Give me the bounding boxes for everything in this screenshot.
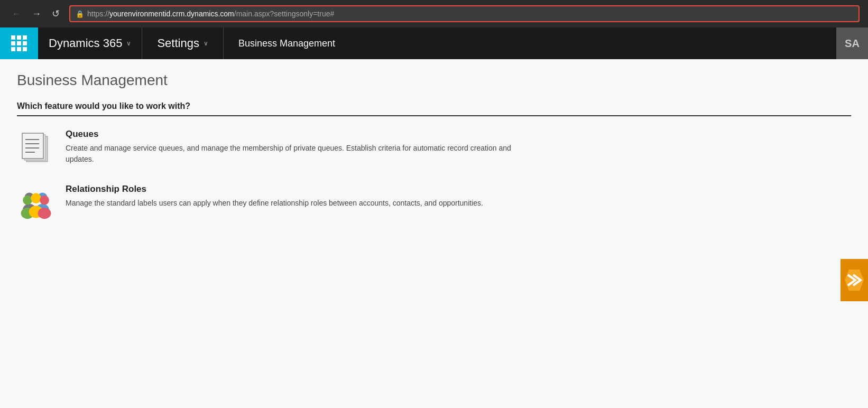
svg-point-16 xyxy=(38,208,51,219)
roles-svg-icon xyxy=(19,186,53,220)
svg-point-15 xyxy=(40,196,49,205)
waffle-button[interactable] xyxy=(0,27,38,59)
relationship-roles-info: Relationship Roles Manage the standard l… xyxy=(66,184,483,209)
section-question: Which feature would you like to work wit… xyxy=(17,101,851,116)
content-wrapper: Which feature would you like to work wit… xyxy=(17,101,851,222)
address-bar[interactable]: 🔒 https://yourenvironmentid.crm.dynamics… xyxy=(69,5,860,22)
page-title: Business Management xyxy=(17,72,851,89)
relationship-roles-title[interactable]: Relationship Roles xyxy=(66,184,483,194)
biz-mgmt-breadcrumb: Business Management xyxy=(224,27,350,59)
orange-arrow-icon xyxy=(844,267,865,293)
relationship-roles-icon xyxy=(17,184,55,222)
queues-title[interactable]: Queues xyxy=(66,129,541,140)
browser-chrome: ← → ↺ 🔒 https://yourenvironmentid.crm.dy… xyxy=(0,0,868,27)
settings-chevron-icon: ∨ xyxy=(204,40,208,47)
app-header: Dynamics 365 ∨ Settings ∨ Business Manag… xyxy=(0,27,868,59)
feature-list: Queues Create and manage service queues,… xyxy=(17,129,851,222)
settings-menu[interactable]: Settings ∨ xyxy=(142,27,224,59)
waffle-grid-icon xyxy=(11,35,27,51)
list-item: Relationship Roles Manage the standard l… xyxy=(17,184,851,222)
queues-icon xyxy=(17,129,55,167)
relationship-roles-description: Manage the standard labels users can app… xyxy=(66,198,483,209)
queues-svg-icon xyxy=(19,131,53,165)
forward-button[interactable]: → xyxy=(29,6,44,22)
queues-info: Queues Create and manage service queues,… xyxy=(66,129,541,165)
app-title: Dynamics 365 xyxy=(49,36,122,50)
back-button[interactable]: ← xyxy=(8,6,24,22)
user-avatar[interactable]: SA xyxy=(836,27,868,59)
biz-mgmt-label: Business Management xyxy=(238,38,335,49)
nav-buttons: ← → ↺ xyxy=(8,6,63,22)
settings-label: Settings xyxy=(157,36,199,50)
address-text: https://yourenvironmentid.crm.dynamics.c… xyxy=(87,10,334,18)
main-content: Business Management Which feature would … xyxy=(0,59,868,408)
queues-description: Create and manage service queues, and ma… xyxy=(66,143,541,165)
svg-rect-2 xyxy=(22,133,43,159)
refresh-button[interactable]: ↺ xyxy=(49,6,63,22)
address-prefix: https:// xyxy=(87,10,109,18)
app-title-area[interactable]: Dynamics 365 ∨ xyxy=(38,27,142,59)
address-highlighted: yourenvironmentid.crm.dynamics.com xyxy=(109,10,234,18)
orange-side-icon xyxy=(841,259,868,301)
address-suffix: /main.aspx?settingsonly=true# xyxy=(234,10,335,18)
app-title-chevron-icon: ∨ xyxy=(126,40,131,47)
svg-point-11 xyxy=(23,196,32,205)
list-item: Queues Create and manage service queues,… xyxy=(17,129,851,167)
lock-icon: 🔒 xyxy=(76,10,84,18)
svg-point-13 xyxy=(31,193,41,203)
